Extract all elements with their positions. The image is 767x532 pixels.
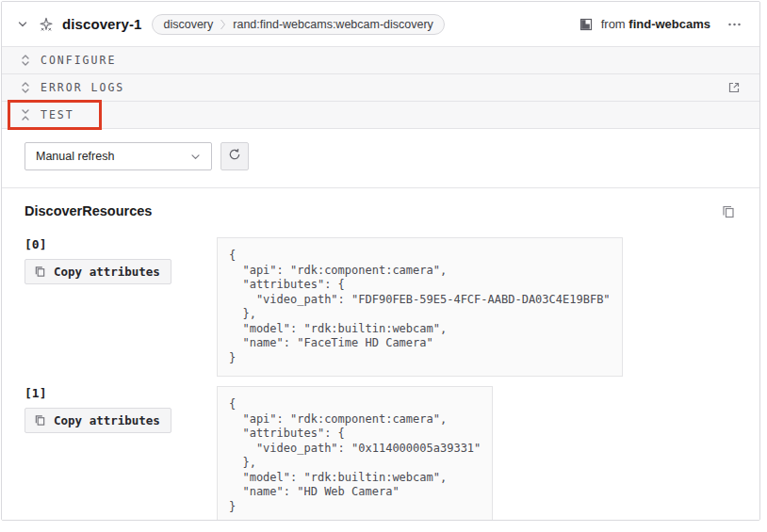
result-json-block: { "api": "rdk:component:camera", "attrib… bbox=[217, 237, 623, 377]
result-index-label: [1] bbox=[24, 386, 217, 400]
collapse-card-chevron-down-icon[interactable] bbox=[15, 17, 30, 32]
result-index-label: [0] bbox=[24, 237, 217, 251]
section-test[interactable]: TEST bbox=[2, 101, 759, 128]
unfold-icon bbox=[21, 53, 30, 68]
fragment-source-label: from find-webcams bbox=[601, 17, 710, 31]
result-json-block: { "api": "rdk:component:camera", "attrib… bbox=[217, 386, 493, 521]
fold-icon bbox=[21, 107, 30, 122]
method-title: DiscoverResources bbox=[24, 203, 152, 218]
section-error-logs[interactable]: ERROR LOGS bbox=[2, 73, 759, 101]
section-error-logs-label: ERROR LOGS bbox=[41, 81, 124, 94]
section-test-label: TEST bbox=[41, 108, 74, 121]
fragment-source-name: find-webcams bbox=[628, 17, 710, 31]
copy-attributes-label: Copy attributes bbox=[54, 265, 160, 279]
section-configure[interactable]: CONFIGURE bbox=[2, 46, 759, 73]
component-name: discovery-1 bbox=[62, 16, 141, 32]
copy-attributes-label: Copy attributes bbox=[54, 413, 160, 427]
copy-icon bbox=[34, 266, 46, 278]
external-link-icon[interactable] bbox=[727, 81, 741, 94]
copy-attributes-button[interactable]: Copy attributes bbox=[24, 259, 171, 284]
refresh-mode-select[interactable]: Manual refresh bbox=[24, 142, 212, 170]
discovery-sparkle-icon bbox=[39, 17, 54, 32]
badge-model: rand:find-webcams:webcam-discovery bbox=[233, 18, 433, 31]
badge-type: discovery bbox=[163, 18, 213, 31]
result-item: [0] Copy attributes { "api": "rdk:compon… bbox=[24, 237, 737, 377]
component-header: discovery-1 discovery rand:find-webcams:… bbox=[2, 2, 759, 46]
section-configure-label: CONFIGURE bbox=[41, 54, 116, 67]
chevron-down-icon bbox=[190, 152, 201, 162]
fragment-icon bbox=[579, 18, 593, 31]
refresh-icon bbox=[228, 148, 241, 165]
copy-attributes-button[interactable]: Copy attributes bbox=[24, 408, 171, 433]
component-card: discovery-1 discovery rand:find-webcams:… bbox=[1, 1, 760, 521]
copy-icon[interactable] bbox=[720, 203, 737, 220]
result-item: [1] Copy attributes { "api": "rdk:compon… bbox=[24, 386, 737, 521]
refresh-mode-value: Manual refresh bbox=[36, 150, 114, 163]
refresh-controls: Manual refresh bbox=[2, 129, 759, 179]
breadcrumb-separator-icon bbox=[220, 18, 226, 31]
discover-resources-panel: DiscoverResources [0] bbox=[2, 188, 759, 521]
copy-icon bbox=[34, 414, 46, 427]
model-breadcrumb-badge: discovery rand:find-webcams:webcam-disco… bbox=[152, 14, 444, 35]
unfold-icon bbox=[21, 80, 30, 95]
refresh-button[interactable] bbox=[220, 142, 249, 170]
test-panel: Manual refresh DiscoverResources bbox=[2, 128, 759, 521]
ellipsis-menu-icon[interactable] bbox=[725, 15, 744, 34]
